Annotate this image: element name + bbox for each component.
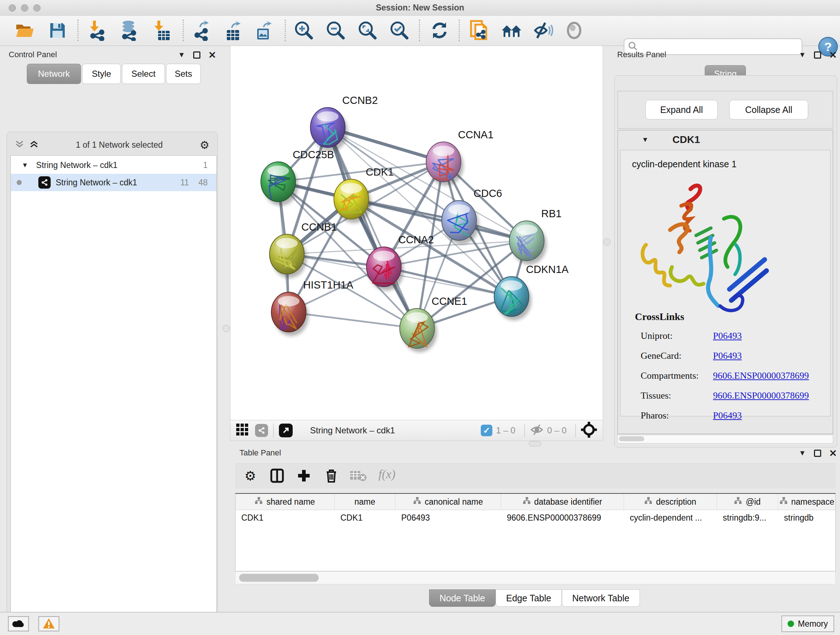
zoom-in-button[interactable] (294, 20, 314, 41)
network-panel-box: 1 of 1 Network selected ⚙ ▼ String Netwo… (6, 132, 218, 635)
shared-column-icon (523, 497, 531, 507)
network-status-dot (17, 180, 22, 185)
network-row-selected[interactable]: String Network – cdk1 11 48 (11, 174, 216, 191)
export-network-button[interactable] (192, 20, 213, 41)
table-cell[interactable]: cyclin-dependent ... (624, 510, 717, 525)
show-columns-button[interactable] (267, 467, 287, 486)
hidden-node-edge-counts: 0 – 0 (547, 425, 567, 435)
hide-selected-button[interactable] (532, 20, 554, 41)
crosslink-link[interactable]: P06493 (713, 350, 742, 361)
network-options-gear-icon[interactable]: ⚙ (200, 139, 210, 151)
zoom-fit-button[interactable] (357, 20, 378, 41)
panel-close-icon[interactable]: ✕ (829, 450, 837, 457)
crosslinks-title: CrossLinks (635, 311, 684, 323)
crosslink-row: Compartments:9606.ENSP00000378699 (641, 371, 829, 381)
collapse-all-networks-icon[interactable] (15, 140, 24, 150)
tab-network-table[interactable]: Network Table (562, 589, 640, 607)
refresh-view-button[interactable] (429, 20, 450, 41)
crosslink-label: Pharos: (641, 410, 713, 421)
left-splitter-handle[interactable] (223, 325, 230, 332)
column-header-canonical-name[interactable]: canonical name (395, 494, 501, 510)
crosslink-link[interactable]: P06493 (713, 331, 742, 341)
tab-style[interactable]: Style (82, 64, 121, 84)
footer-separator (524, 424, 525, 437)
table-cell[interactable]: P06493 (395, 510, 501, 525)
panel-collapse-icon[interactable]: ▼ (799, 51, 806, 59)
fit-selected-crosshair-icon[interactable] (581, 422, 597, 439)
table-settings-button[interactable]: ⚙ (240, 467, 261, 486)
import-network-database-button[interactable] (118, 20, 139, 41)
export-table-button[interactable] (223, 20, 244, 41)
detach-view-icon[interactable] (279, 424, 293, 437)
delete-column-button[interactable] (321, 467, 341, 486)
tab-node-table[interactable]: Node Table (429, 589, 496, 607)
column-header-shared-name[interactable]: shared name (235, 494, 335, 510)
crosslink-link[interactable]: 9606.ENSP00000378699 (713, 371, 809, 381)
crosslink-link[interactable]: P06493 (713, 410, 742, 421)
scrollbar-thumb[interactable] (619, 436, 644, 441)
crosslink-label: Tissues: (641, 390, 713, 401)
bottom-splitter-handle[interactable] (529, 441, 541, 447)
save-session-button[interactable] (47, 20, 68, 41)
string-home-button[interactable] (501, 20, 523, 41)
tab-network[interactable]: Network (27, 64, 81, 84)
control-panel: Control Panel ▼ ✕ NetworkStyleSelectSets… (0, 46, 221, 612)
section-expander-icon[interactable]: ▼ (642, 136, 649, 144)
right-splitter-handle[interactable] (603, 238, 611, 245)
memory-button[interactable]: Memory (782, 616, 834, 632)
table-row[interactable]: CDK1CDK1P064939606.ENSP00000378699cyclin… (235, 510, 835, 525)
network-selection-status: 1 of 1 Network selected (39, 140, 200, 150)
show-hidden-button[interactable] (564, 20, 584, 41)
panel-float-icon[interactable] (814, 450, 821, 457)
table-hscrollbar[interactable] (235, 571, 836, 584)
create-column-button[interactable] (294, 467, 314, 486)
tab-edge-table[interactable]: Edge Table (496, 589, 562, 607)
column-header-name[interactable]: name (335, 494, 395, 510)
table-cell[interactable]: stringdb (778, 510, 836, 525)
column-header-database-identifier[interactable]: database identifier (501, 494, 624, 510)
panel-float-icon[interactable] (193, 51, 201, 59)
network-edge[interactable] (328, 127, 417, 328)
tab-select[interactable]: Select (122, 64, 165, 84)
crosslink-link[interactable]: 9606.ENSP00000378699 (713, 390, 809, 401)
results-hscrollbar[interactable] (617, 435, 833, 443)
panel-collapse-icon[interactable]: ▼ (799, 449, 806, 457)
scrollbar-thumb[interactable] (239, 574, 319, 582)
tab-sets[interactable]: Sets (166, 64, 201, 84)
table-cell[interactable]: CDK1 (335, 510, 395, 525)
network-canvas[interactable]: CCNB2CCNA1CDC25BCDK1CDC6RB1CCNB1CCNA2CDK… (230, 46, 603, 420)
tree-expander-icon[interactable]: ▼ (22, 162, 28, 169)
gene-section-header[interactable]: ▼ CDK1 (618, 130, 833, 149)
network-selection-bar: 1 of 1 Network selected ⚙ (10, 136, 215, 154)
network-collection-row[interactable]: ▼ String Network – cdk1 1 (11, 157, 216, 174)
column-header-namespace[interactable]: namespace (778, 494, 836, 510)
warnings-button[interactable] (38, 616, 59, 631)
selected-checkbox-icon[interactable]: ✓ (481, 424, 493, 436)
table-cell[interactable]: CDK1 (235, 510, 335, 525)
panel-collapse-icon[interactable]: ▼ (178, 51, 185, 59)
export-image-button[interactable] (253, 20, 274, 41)
birdseye-grid-icon[interactable] (236, 424, 248, 437)
panel-close-icon[interactable]: ✕ (208, 51, 216, 59)
import-network-file-button[interactable] (87, 20, 108, 41)
open-documentation-button[interactable] (469, 20, 490, 41)
panel-close-icon[interactable]: ✕ (829, 51, 837, 59)
column-header-description[interactable]: description (624, 494, 717, 510)
results-panel: Results Panel ▼ ✕ String Expand All Coll… (611, 46, 840, 451)
memory-label: Memory (798, 619, 828, 629)
cloud-sync-button[interactable] (8, 616, 29, 631)
expand-all-button[interactable]: Expand All (645, 100, 718, 119)
open-session-button[interactable] (14, 20, 35, 41)
table-cell[interactable]: stringdb:9... (717, 510, 778, 525)
node-label-CDC25B: CDC25B (293, 149, 334, 160)
expand-all-networks-icon[interactable] (29, 140, 39, 150)
zoom-out-button[interactable] (325, 20, 346, 41)
node-label-CDK1: CDK1 (366, 166, 393, 178)
table-cell[interactable]: 9606.ENSP00000378699 (501, 510, 624, 525)
panel-float-icon[interactable] (814, 51, 821, 59)
column-header-@id[interactable]: @id (717, 494, 778, 510)
zoom-selected-button[interactable] (389, 20, 410, 41)
collapse-all-button[interactable]: Collapse All (729, 100, 808, 119)
column-header-label: shared name (266, 497, 315, 507)
import-table-file-button[interactable] (151, 20, 172, 41)
